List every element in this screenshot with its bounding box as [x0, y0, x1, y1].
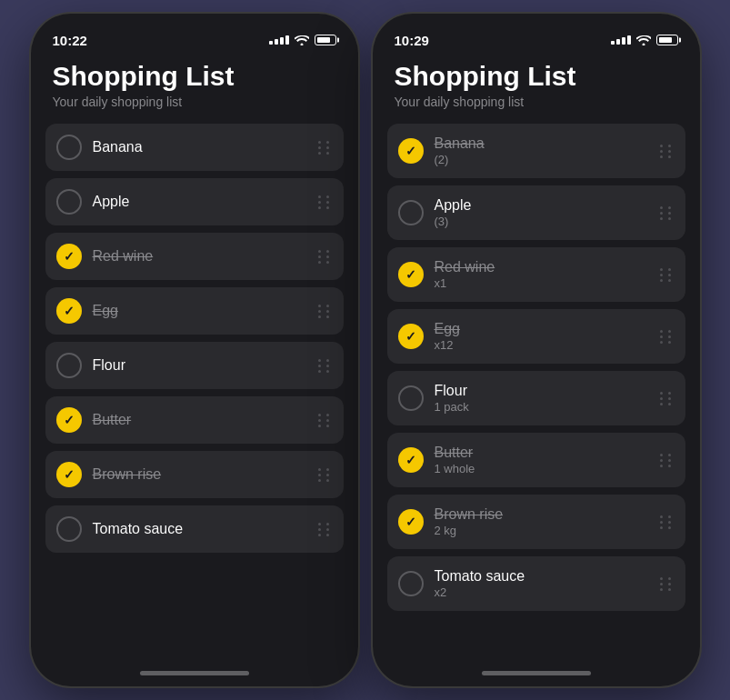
- drag-handle-icon[interactable]: [660, 577, 675, 591]
- item-text: Flour1 pack: [435, 383, 649, 414]
- item-name: Tomato sauce: [93, 521, 307, 537]
- list-item[interactable]: Egg: [45, 287, 344, 335]
- item-name: Red wine: [93, 248, 307, 265]
- checkbox-unchecked[interactable]: [398, 200, 424, 225]
- drag-handle-icon[interactable]: [660, 454, 675, 467]
- checkbox-unchecked[interactable]: [398, 571, 424, 596]
- list-item[interactable]: Brown rise2 kg: [387, 495, 685, 549]
- item-name: Butter: [93, 412, 307, 428]
- drag-handle-icon[interactable]: [318, 141, 333, 155]
- status-time: 10:22: [53, 33, 87, 48]
- checkbox-unchecked[interactable]: [56, 353, 82, 378]
- checkbox-checked[interactable]: [56, 298, 82, 324]
- checkbox-unchecked[interactable]: [56, 189, 82, 215]
- battery-icon: [315, 35, 336, 45]
- item-text: Butter1 whole: [435, 445, 649, 475]
- list-item[interactable]: Banana(2): [387, 124, 685, 178]
- status-icons: [611, 35, 678, 45]
- list-item[interactable]: Butter: [45, 396, 344, 444]
- item-text: Banana: [93, 139, 307, 155]
- checkbox-checked[interactable]: [398, 138, 424, 164]
- list-item[interactable]: Apple(3): [387, 185, 685, 240]
- phone-left: 10:22 Shopping ListYour daily shopping l…: [31, 14, 358, 686]
- item-text: Red winex1: [435, 259, 649, 290]
- app-subtitle: Your daily shopping list: [53, 95, 336, 109]
- drag-handle-icon[interactable]: [318, 523, 333, 536]
- item-quantity: (2): [435, 153, 649, 166]
- drag-handle-icon[interactable]: [660, 145, 675, 158]
- list-item[interactable]: Eggx12: [387, 309, 685, 364]
- status-icons: [269, 35, 336, 45]
- checkbox-checked[interactable]: [56, 462, 82, 487]
- checkbox-unchecked[interactable]: [56, 135, 82, 160]
- item-name: Apple: [93, 194, 307, 210]
- drag-handle-icon[interactable]: [318, 414, 333, 427]
- item-text: Red wine: [93, 248, 307, 265]
- item-name: Butter: [435, 445, 649, 461]
- item-quantity: x1: [435, 276, 649, 290]
- checkbox-unchecked[interactable]: [398, 385, 424, 411]
- item-name: Banana: [435, 135, 649, 152]
- status-bar: 10:29: [373, 14, 700, 54]
- list-item[interactable]: Apple: [45, 178, 344, 225]
- checkbox-checked[interactable]: [398, 262, 424, 287]
- item-name: Apple: [435, 197, 649, 214]
- list-item[interactable]: Flour1 pack: [387, 371, 685, 425]
- drag-handle-icon[interactable]: [660, 206, 675, 220]
- item-text: Tomato saucex2: [435, 568, 649, 599]
- item-quantity: 2 kg: [435, 524, 649, 537]
- status-time: 10:29: [395, 33, 429, 48]
- app-title: Shopping List: [53, 61, 336, 91]
- battery-icon: [656, 35, 678, 45]
- drag-handle-icon[interactable]: [660, 392, 675, 405]
- drag-handle-icon[interactable]: [318, 468, 333, 482]
- drag-handle-icon[interactable]: [318, 305, 333, 318]
- drag-handle-icon[interactable]: [660, 330, 675, 344]
- signal-icon: [611, 35, 631, 45]
- checkbox-checked[interactable]: [398, 324, 424, 349]
- signal-icon: [269, 35, 289, 45]
- list-item[interactable]: Red wine: [45, 233, 344, 280]
- item-name: Tomato sauce: [435, 568, 649, 585]
- list-item[interactable]: Brown rise: [45, 451, 344, 498]
- item-text: Egg: [93, 303, 307, 319]
- home-indicator: [140, 671, 249, 675]
- checkbox-checked[interactable]: [56, 407, 82, 433]
- item-name: Flour: [435, 383, 649, 399]
- drag-handle-icon[interactable]: [318, 195, 333, 209]
- checkbox-checked[interactable]: [398, 447, 424, 473]
- phone-right: 10:29 Shopping ListYour daily shopping l…: [373, 14, 700, 686]
- drag-handle-icon[interactable]: [660, 268, 675, 282]
- shopping-list: Banana(2)Apple(3)Red winex1Eggx12Flour1 …: [373, 124, 700, 664]
- list-item[interactable]: Tomato saucex2: [387, 556, 685, 611]
- item-text: Banana(2): [435, 135, 649, 166]
- item-quantity: (3): [435, 215, 649, 228]
- item-name: Brown rise: [93, 466, 307, 483]
- app-title: Shopping List: [395, 61, 678, 91]
- item-name: Egg: [435, 321, 649, 337]
- list-item[interactable]: Red winex1: [387, 247, 685, 302]
- list-item[interactable]: Butter1 whole: [387, 433, 685, 487]
- checkbox-checked[interactable]: [56, 244, 82, 269]
- list-item[interactable]: Flour: [45, 342, 344, 389]
- item-name: Egg: [93, 303, 307, 319]
- checkbox-unchecked[interactable]: [56, 516, 82, 542]
- list-item[interactable]: Banana: [45, 124, 344, 171]
- wifi-icon: [295, 35, 309, 45]
- drag-handle-icon[interactable]: [318, 359, 333, 373]
- item-text: Eggx12: [435, 321, 649, 352]
- item-quantity: x2: [435, 585, 649, 599]
- shopping-list: BananaAppleRed wineEggFlourButterBrown r…: [31, 124, 358, 664]
- list-item[interactable]: Tomato sauce: [45, 505, 344, 553]
- item-text: Apple(3): [435, 197, 649, 228]
- drag-handle-icon[interactable]: [318, 250, 333, 264]
- drag-handle-icon[interactable]: [660, 515, 675, 529]
- item-text: Brown rise2 kg: [435, 506, 649, 537]
- item-text: Brown rise: [93, 466, 307, 483]
- checkbox-checked[interactable]: [398, 509, 424, 535]
- item-name: Brown rise: [435, 506, 649, 523]
- app-header: Shopping ListYour daily shopping list: [373, 54, 700, 124]
- wifi-icon: [636, 35, 651, 45]
- item-text: Tomato sauce: [93, 521, 307, 537]
- item-text: Flour: [93, 357, 307, 374]
